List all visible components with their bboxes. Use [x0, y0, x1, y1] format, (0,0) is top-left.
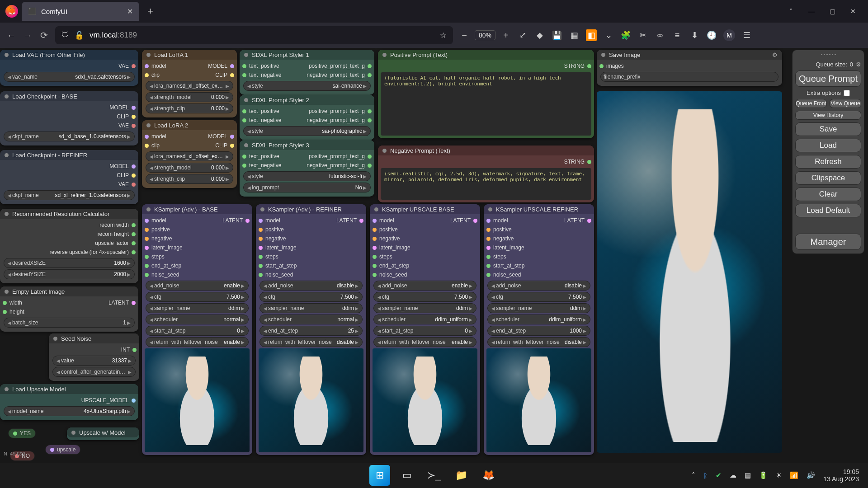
- node-empty-latent-image[interactable]: Empty Latent Image widthLATENT height ◀b…: [0, 286, 138, 332]
- node-upscale-with-model[interactable]: Upscale w/ Model: [67, 427, 139, 440]
- node-save-image[interactable]: Save Image⚙ images filename_prefix: [597, 50, 782, 86]
- widget-cfg[interactable]: ◀cfg7.500▶: [373, 292, 476, 302]
- start-button-icon[interactable]: ⊞: [369, 465, 390, 486]
- security-icon[interactable]: ✔: [716, 471, 722, 479]
- widget-ckpt-name[interactable]: ◀ckpt_namesd_xl_refiner_1.0.safetensors▶: [4, 190, 135, 200]
- widget-return_with_leftover_noise[interactable]: ◀return_with_leftover_noiseenable▶: [146, 337, 249, 347]
- widget-end_at_step[interactable]: ◀end_at_step1000▶: [487, 326, 590, 336]
- widget-scheduler[interactable]: ◀schedulernormal▶: [146, 314, 249, 324]
- widget-seed-control[interactable]: ◀control_after_generateincrement▶: [52, 367, 136, 377]
- terminal-icon[interactable]: ≻_: [424, 465, 444, 486]
- history-icon[interactable]: 🕘: [706, 30, 717, 40]
- zoom-in-icon[interactable]: +: [501, 30, 511, 41]
- shield-icon[interactable]: 🛡: [61, 31, 69, 40]
- widget-lora-name[interactable]: ◀lora_namesd_xl_offset_example-lora_1.0.…: [146, 151, 233, 161]
- ext-tool-icon[interactable]: ✂: [637, 30, 648, 40]
- bookmark-star-icon[interactable]: ☆: [440, 31, 447, 40]
- view-queue-button[interactable]: View Queue: [830, 99, 861, 108]
- fullscreen-icon[interactable]: ⤢: [517, 30, 528, 40]
- node-load-lora-2[interactable]: Load LoRA 2 modelMODEL clipCLIP ◀lora_na…: [142, 120, 237, 188]
- wifi-icon[interactable]: 📶: [790, 471, 798, 479]
- clear-button[interactable]: Clear: [795, 188, 861, 201]
- downloads-icon[interactable]: ⬇: [689, 30, 700, 40]
- profile-button[interactable]: M: [723, 29, 735, 41]
- url-bar[interactable]: 🛡 🔓 vm.local:8189 ☆: [55, 26, 453, 44]
- positive-prompt-text[interactable]: (futuristic AI cat, half organic half ro…: [381, 72, 591, 136]
- node-prompt-styler-3[interactable]: SDXL Prompt Styler 3 text_positivepositi…: [240, 140, 374, 197]
- panel-gear-icon[interactable]: ⚙: [856, 61, 861, 68]
- node-load-lora-1[interactable]: Load LoRA 1 modelMODEL clipCLIP ◀lora_na…: [142, 50, 237, 117]
- widget-lora-name[interactable]: ◀lora_namesd_xl_offset_example-lora_1.0.…: [146, 81, 233, 91]
- node-positive-prompt[interactable]: Positive Prompt (Text) STRING (futuristi…: [378, 50, 594, 138]
- taskview-icon[interactable]: ▭: [396, 465, 417, 486]
- nav-back-icon[interactable]: ←: [6, 30, 16, 41]
- widget-cfg[interactable]: ◀cfg7.500▶: [259, 292, 363, 302]
- node-prompt-styler-1[interactable]: SDXL Prompt Styler 1 text_positivepositi…: [240, 50, 374, 95]
- ext-grid-icon[interactable]: ▦: [569, 30, 580, 40]
- pocket-icon[interactable]: ⌄: [603, 30, 614, 40]
- node-ks_base[interactable]: KSampler (Adv.) - BASE modelLATENTpositi…: [142, 204, 252, 455]
- widget-sampler_name[interactable]: ◀sampler_nameddim▶: [259, 303, 363, 313]
- save-button[interactable]: Save: [795, 122, 861, 136]
- volume-icon[interactable]: 🔊: [807, 471, 815, 479]
- widget-add_noise[interactable]: ◀add_noiseenable▶: [373, 281, 476, 291]
- panel-drag-handle[interactable]: [795, 54, 861, 58]
- widget-strength-model[interactable]: ◀strength_model0.000▶: [146, 163, 233, 173]
- widget-ckpt-name[interactable]: ◀ckpt_namesd_xl_base_1.0.safetensors▶: [4, 131, 135, 141]
- negative-prompt-text[interactable]: (semi-realistic, cgi, 2.5d, 3d), waterma…: [381, 168, 591, 200]
- node-load-checkpoint-base[interactable]: Load Checkpoint - BASE MODEL CLIP VAE ◀c…: [0, 91, 138, 145]
- node-ks_ub[interactable]: KSampler UPSCALE BASE modelLATENTpositiv…: [370, 204, 480, 455]
- widget-scheduler[interactable]: ◀schedulernormal▶: [259, 314, 363, 324]
- widget-filename-prefix[interactable]: filename_prefix: [600, 72, 778, 82]
- widget-vae-name[interactable]: ◀vae_namesdxl_vae.safetensors▶: [4, 72, 135, 82]
- load-default-button[interactable]: Load Default: [795, 204, 861, 217]
- widget-return_with_leftover_noise[interactable]: ◀return_with_leftover_noiseenable▶: [373, 337, 476, 347]
- manager-button[interactable]: Manager: [795, 234, 861, 250]
- node-resolution-calculator[interactable]: Recommended Resolution Calculator recom …: [0, 209, 138, 283]
- new-tab-button[interactable]: +: [143, 5, 158, 17]
- tray-chevron-icon[interactable]: ˄: [692, 471, 695, 479]
- clipspace-button[interactable]: Clipspace: [795, 171, 861, 185]
- tab-close-icon[interactable]: ✕: [127, 7, 133, 16]
- reroute-yes[interactable]: YES: [8, 428, 36, 438]
- window-maximize-icon[interactable]: ▢: [828, 8, 836, 15]
- brightness-icon[interactable]: ☀: [776, 471, 782, 479]
- insecure-lock-icon[interactable]: 🔓: [75, 31, 84, 40]
- widget-style[interactable]: ◀stylesai-enhance▶: [243, 81, 371, 91]
- nav-reload-icon[interactable]: ⟳: [39, 30, 49, 41]
- widget-return_with_leftover_noise[interactable]: ◀return_with_leftover_noisedisable▶: [259, 337, 363, 347]
- node-ks_ur[interactable]: KSampler UPSCALE REFINER modelLATENTposi…: [484, 204, 594, 455]
- control-panel[interactable]: Queue size: 0 ⚙ Queue Prompt Extra optio…: [792, 50, 864, 254]
- zoom-level[interactable]: 80%: [475, 30, 495, 40]
- widget-model-name[interactable]: ◀model_name4x-UltraSharp.pth▶: [4, 406, 135, 416]
- browser-tab[interactable]: ⬛ ComfyUI ✕: [22, 2, 139, 21]
- zoom-out-icon[interactable]: −: [459, 30, 469, 41]
- ext-privacy-icon[interactable]: ◆: [534, 30, 545, 40]
- widget-style[interactable]: ◀stylefuturistic-sci-fi▶: [243, 171, 371, 181]
- widget-cfg[interactable]: ◀cfg7.500▶: [487, 292, 590, 302]
- node-seed-noise[interactable]: Seed Noise INT ◀value31337▶ ◀control_aft…: [49, 333, 139, 381]
- ext-orange-icon[interactable]: ◧: [586, 29, 597, 41]
- node-load-vae[interactable]: Load VAE (From Other File) VAE ◀vae_name…: [0, 50, 138, 86]
- queue-prompt-button[interactable]: Queue Prompt: [795, 70, 861, 87]
- widget-end_at_step[interactable]: ◀end_at_step25▶: [259, 326, 363, 336]
- node-ks_ref[interactable]: KSampler (Adv.) - REFINER modelLATENTpos…: [256, 204, 366, 455]
- widget-sampler_name[interactable]: ◀sampler_nameddim▶: [146, 303, 249, 313]
- widget-batch-size[interactable]: ◀batch_size1▶: [4, 318, 135, 328]
- comfyui-canvas[interactable]: Load VAE (From Other File) VAE ◀vae_name…: [0, 48, 868, 488]
- cloud-icon[interactable]: ☁: [730, 471, 736, 479]
- gear-icon[interactable]: ⚙: [772, 52, 778, 58]
- window-minimize-icon[interactable]: —: [807, 8, 816, 15]
- widget-add_noise[interactable]: ◀add_noiseenable▶: [146, 281, 249, 291]
- node-load-checkpoint-refiner[interactable]: Load Checkpoint - REFINER MODEL CLIP VAE…: [0, 150, 138, 204]
- ext-link-icon[interactable]: ∞: [655, 31, 665, 40]
- widget-seed-value[interactable]: ◀value31337▶: [52, 356, 136, 366]
- node-prompt-styler-2[interactable]: SDXL Prompt Styler 2 text_positivepositi…: [240, 95, 374, 140]
- widget-cfg[interactable]: ◀cfg7.500▶: [146, 292, 249, 302]
- reroute-upscale[interactable]: upscale: [45, 445, 80, 455]
- widget-return_with_leftover_noise[interactable]: ◀return_with_leftover_noisedisable▶: [487, 337, 590, 347]
- library-icon[interactable]: ≡: [672, 31, 683, 40]
- widget-add_noise[interactable]: ◀add_noisedisable▶: [259, 281, 363, 291]
- widget-strength-clip[interactable]: ◀strength_clip0.000▶: [146, 103, 233, 113]
- nav-forward-icon[interactable]: →: [23, 30, 33, 41]
